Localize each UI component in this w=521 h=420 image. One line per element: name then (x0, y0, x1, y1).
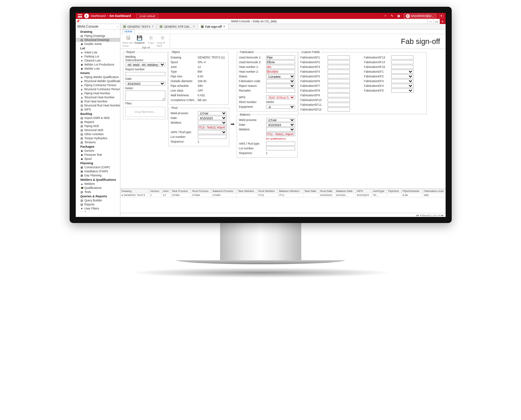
grid-cell[interactable]: TE... (372, 193, 387, 197)
user-dropdown-icon[interactable]: ▾ (439, 14, 444, 18)
itemcode1-input[interactable] (266, 55, 295, 59)
menu-icon[interactable] (78, 14, 82, 18)
sidebar-item[interactable]: ▧Structural NDE (76, 128, 120, 132)
heatnumber1-input[interactable] (266, 65, 295, 69)
close-button[interactable]: ✕ (440, 19, 446, 24)
sidebar-item[interactable]: ▧Query Builder (76, 198, 120, 202)
sidebar-item[interactable]: ◆Welder Lot Productions (76, 63, 120, 67)
grid-header[interactable]: Root Welders (257, 189, 278, 193)
custom-df-select[interactable] (391, 74, 413, 78)
grid-header[interactable]: PipeSize (387, 189, 402, 193)
grid-cell[interactable]: 8/15/20... (335, 193, 356, 197)
reject-reason-select[interactable] (266, 84, 295, 88)
tab[interactable]: ▤GENERIC TEST4✕ (120, 24, 157, 29)
grid-header[interactable]: Tack Date (303, 189, 319, 193)
balance-aws[interactable] (266, 142, 295, 146)
sidebar-item[interactable]: ▧Torque Hydraulics (76, 136, 120, 140)
custom-sf-input[interactable] (391, 65, 413, 69)
sidebar-item[interactable]: ▧Import DWR & NDE (76, 116, 120, 120)
tab-close-icon[interactable]: ✕ (151, 25, 154, 28)
pager-first-icon[interactable]: ⏮ (416, 214, 419, 217)
grid-header[interactable]: Root Process (191, 189, 212, 193)
sidebar-item[interactable]: ▲Structural Contractor Person (76, 87, 120, 91)
custom-sf-input[interactable] (328, 79, 350, 83)
grid-header[interactable]: Version (149, 189, 162, 193)
sidebar-item[interactable]: ◆Double Joints (76, 42, 120, 46)
data-grid[interactable]: DrawingVersionJointTack ProcessRoot Proc… (120, 189, 446, 213)
root-date[interactable]: 8/15/2023 (198, 116, 227, 120)
grid-cell[interactable] (303, 193, 319, 197)
tab-close-icon[interactable]: ✕ (193, 25, 195, 28)
status-select[interactable]: Complete (266, 74, 295, 78)
tab[interactable]: ▤Fab sign-off✕ (198, 24, 229, 29)
sidebar-item[interactable]: ●Initial Lots (76, 50, 120, 54)
pin-icon[interactable]: 📌 (76, 19, 81, 24)
sidebar-item[interactable]: ▲Structural Welder Qualificatio (76, 79, 120, 83)
grid-cell[interactable] (387, 193, 402, 197)
grid-header[interactable]: Balance Date (335, 189, 356, 193)
grid-header[interactable]: JointType (372, 189, 387, 193)
custom-sf-input[interactable] (328, 89, 350, 93)
grid-cell[interactable]: IT13 (257, 193, 278, 197)
grid-cell[interactable]: GTAW (171, 193, 191, 197)
heatnumber2-input[interactable] (266, 70, 295, 74)
grid-cell[interactable]: GTAW (212, 193, 237, 197)
balance-lot[interactable] (266, 146, 295, 150)
custom-sf-input[interactable] (328, 55, 350, 59)
custom-sf-input[interactable] (391, 55, 413, 59)
grid-cell[interactable] (237, 193, 257, 197)
grid-header[interactable]: WPS (356, 189, 372, 193)
breadcrumb-dashboard[interactable]: Dashboard (91, 14, 106, 18)
sidebar-item[interactable]: ▧Piping NDE (76, 124, 120, 128)
status-messages[interactable]: Messages (118) ! (421, 219, 444, 222)
grid-header[interactable]: Root Date (319, 189, 335, 193)
pager-prev-icon[interactable]: ◀ (420, 214, 421, 217)
grid-cell[interactable]: 8/15/2023 (319, 193, 335, 197)
grid-cell[interactable]: 1 (149, 193, 162, 197)
grid-cell[interactable]: IT11 (278, 193, 303, 197)
report-date-select[interactable]: 8/16/2023 (125, 81, 165, 85)
grid-header[interactable]: Joint (162, 189, 170, 193)
sidebar-item[interactable]: ▥Structural Rod Heat Number (76, 103, 120, 107)
custom-df-select[interactable] (391, 70, 413, 74)
sidebar-item[interactable]: ◆Pressure Test (76, 153, 120, 157)
grid-header[interactable]: Drawing (120, 189, 149, 193)
sidebar-item[interactable]: ▤Piping Drawings (76, 34, 120, 38)
custom-sf-input[interactable] (328, 93, 350, 97)
grid-header[interactable]: Balance Process (212, 189, 237, 193)
root-lot[interactable] (198, 135, 227, 139)
grid-icon[interactable]: ▦ (397, 14, 401, 18)
sidebar-item[interactable]: ▥Rod Heat Number (76, 99, 120, 103)
tab[interactable]: ▤GENERIC STR DW...✕ (157, 24, 198, 29)
pager-next-icon[interactable]: ▶ (439, 214, 440, 217)
root-weld-process[interactable]: GTAW (198, 111, 227, 115)
custom-sf-input[interactable] (328, 107, 350, 112)
sidebar-item[interactable]: ▲Piping Contractor Person (76, 83, 120, 87)
sidebar-item[interactable]: ◆Spool (76, 157, 120, 161)
custom-sf-input[interactable] (328, 70, 350, 74)
fabcode-select[interactable] (266, 79, 295, 83)
sidebar-item[interactable]: ▧Reports (76, 202, 120, 206)
breadcrumb-sm-dashboard[interactable]: Sm Dashboard (110, 14, 131, 18)
custom-sf-input[interactable] (328, 65, 350, 69)
balance-date[interactable]: 8/15/2023 (266, 123, 295, 127)
edit-icon[interactable]: ✎ (390, 14, 394, 18)
balance-weld-process[interactable]: GTAW (266, 118, 295, 122)
tab-close-icon[interactable]: ✕ (223, 25, 226, 28)
grid-cell[interactable]: S80 (423, 193, 446, 197)
sidebar-item[interactable]: ▲Piping Heat Number (76, 91, 120, 95)
sidebar-item[interactable]: ▧Other Activities (76, 132, 120, 136)
custom-df-select[interactable] (391, 89, 413, 93)
custom-sf-input[interactable] (328, 98, 350, 102)
grid-header[interactable]: Fabrication code (423, 189, 446, 193)
sidebar-item[interactable]: ▼User Filters (76, 206, 120, 211)
sidebar-item[interactable]: ▧Tests (76, 190, 120, 194)
sidebar-item[interactable]: ▧Repairs (76, 120, 120, 124)
sidebar-item[interactable]: ▥WPS (76, 107, 120, 112)
maximize-button[interactable]: ▭ (433, 19, 440, 24)
pager-last-icon[interactable]: ⏭ (441, 214, 444, 217)
sidebar-item[interactable]: ◆Welder Lots (76, 67, 120, 71)
minimize-button[interactable]: — (427, 19, 433, 24)
custom-df-select[interactable] (391, 84, 413, 88)
welding-subcontractor-select[interactable]: MC Weld - MC Welding Subcontrac (125, 63, 165, 67)
